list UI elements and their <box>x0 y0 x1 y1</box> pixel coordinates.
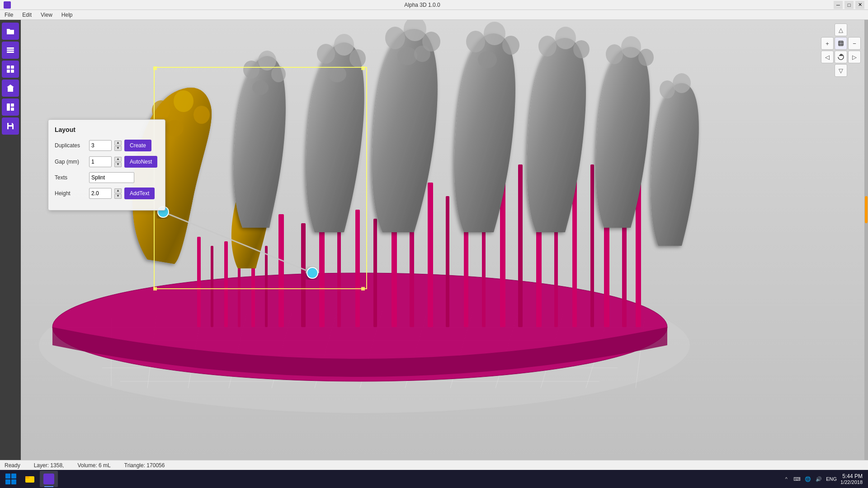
svg-rect-59 <box>224 241 228 327</box>
svg-point-66 <box>165 120 184 136</box>
tray-keyboard[interactable]: ⌨ <box>793 475 801 483</box>
gap-up-button[interactable]: ▲ <box>114 157 122 162</box>
autonest-button[interactable]: AutoNest <box>124 156 157 168</box>
close-button[interactable]: ✕ <box>855 1 864 9</box>
window-title: Alpha 3D 1.0.0 <box>11 2 834 8</box>
3d-scene-svg <box>21 20 868 460</box>
save-button[interactable] <box>2 117 19 135</box>
svg-rect-1 <box>7 50 14 51</box>
tray-speaker[interactable]: 🔊 <box>815 475 822 483</box>
start-button[interactable] <box>2 471 20 487</box>
tray-date-value: 1/22/2018 <box>840 479 863 485</box>
height-input[interactable] <box>89 188 112 199</box>
svg-rect-94 <box>361 66 365 70</box>
statusbar: Ready Layer: 1358, Volume: 6 mL Triangle… <box>0 460 868 470</box>
height-down-button[interactable]: ▼ <box>114 194 122 199</box>
titlebar: Alpha 3D 1.0.0 ─ □ ✕ <box>0 0 868 10</box>
layout-grid-button[interactable] <box>2 61 19 78</box>
menu-view[interactable]: View <box>36 11 57 19</box>
svg-point-99 <box>307 267 318 278</box>
texts-input[interactable] <box>89 172 134 183</box>
layers-button[interactable] <box>2 42 19 59</box>
scrollbar-thumb[interactable] <box>865 196 868 223</box>
alpha3d-icon <box>43 474 54 484</box>
window-controls: ─ □ ✕ <box>834 1 864 9</box>
rotate-button[interactable] <box>835 51 847 63</box>
menu-help[interactable]: Help <box>57 11 77 19</box>
duplicates-down-button[interactable]: ▼ <box>114 146 122 151</box>
svg-rect-37 <box>301 223 306 327</box>
svg-rect-13 <box>9 127 12 130</box>
menu-file[interactable]: File <box>0 11 18 19</box>
svg-rect-4 <box>11 66 14 69</box>
pan-down-button[interactable]: ▽ <box>835 64 847 77</box>
addtext-button[interactable]: AddText <box>124 188 155 199</box>
status-ready: Ready <box>5 462 20 469</box>
gap-input[interactable] <box>89 156 112 167</box>
tray-lang[interactable]: ENG <box>826 476 837 482</box>
duplicates-spinner: ▲ ▼ <box>114 141 122 151</box>
taskbar: ^ ⌨ 🌐 🔊 ENG 5:44 PM 1/22/2018 <box>0 470 868 488</box>
duplicates-up-button[interactable]: ▲ <box>114 141 122 145</box>
svg-point-70 <box>252 80 269 95</box>
svg-rect-44 <box>428 183 433 327</box>
duplicates-input[interactable] <box>89 140 112 151</box>
svg-point-71 <box>317 44 335 64</box>
svg-rect-93 <box>153 66 157 70</box>
panels-button[interactable] <box>2 99 19 116</box>
zoom-in-button[interactable]: + <box>821 37 834 50</box>
svg-point-75 <box>385 27 405 49</box>
pan-left-button[interactable]: ◁ <box>821 51 834 63</box>
tray-chevron[interactable]: ^ <box>783 475 790 483</box>
windows-logo <box>5 474 16 484</box>
height-up-button[interactable]: ▲ <box>114 188 122 193</box>
gap-spinner: ▲ ▼ <box>114 157 122 167</box>
svg-point-78 <box>397 47 417 65</box>
svg-point-86 <box>573 40 590 58</box>
height-row: Height ▲ ▼ AddText <box>55 188 159 199</box>
right-scrollbar[interactable] <box>864 20 868 460</box>
home-button[interactable] <box>835 37 847 50</box>
svg-point-69 <box>271 66 286 82</box>
svg-point-79 <box>414 46 430 62</box>
svg-rect-49 <box>518 164 523 327</box>
svg-rect-5 <box>7 70 10 73</box>
menu-edit[interactable]: Edit <box>18 11 36 19</box>
nav-controls: △ + − ◁ ▷ ▽ <box>821 23 861 77</box>
svg-rect-57 <box>197 237 201 327</box>
app-icon <box>4 1 11 9</box>
maximize-button[interactable]: □ <box>844 1 854 9</box>
taskbar-tray: ^ ⌨ 🌐 🔊 ENG 5:44 PM 1/22/2018 <box>783 473 866 485</box>
tray-clock[interactable]: 5:44 PM 1/22/2018 <box>840 473 863 485</box>
3d-viewport[interactable]: △ + − ◁ ▷ ▽ Layout Duplica <box>21 20 868 460</box>
zoom-out-button[interactable]: − <box>848 37 861 50</box>
svg-rect-41 <box>373 219 377 327</box>
svg-point-83 <box>478 51 497 68</box>
tray-network[interactable]: 🌐 <box>804 475 811 483</box>
svg-rect-45 <box>446 196 449 327</box>
svg-point-82 <box>502 36 519 55</box>
svg-point-87 <box>606 44 623 64</box>
building-button[interactable] <box>2 80 19 97</box>
svg-point-72 <box>334 34 354 56</box>
svg-rect-39 <box>337 223 341 327</box>
pan-right-button[interactable]: ▷ <box>848 51 861 63</box>
svg-rect-9 <box>9 89 11 92</box>
folder-button[interactable] <box>2 23 19 40</box>
svg-rect-53 <box>590 164 594 327</box>
svg-rect-6 <box>11 70 14 73</box>
status-layer: Layer: 1358, <box>34 462 64 469</box>
taskbar-explorer[interactable] <box>21 471 39 487</box>
svg-rect-58 <box>211 246 213 327</box>
gap-down-button[interactable]: ▼ <box>114 162 122 167</box>
svg-rect-0 <box>7 47 14 49</box>
gap-row: Gap (mm) ▲ ▼ AutoNest <box>55 156 159 168</box>
taskbar-alpha3d[interactable] <box>40 471 58 487</box>
texts-label: Texts <box>55 174 86 181</box>
create-button[interactable]: Create <box>124 140 151 151</box>
pan-up-button[interactable]: △ <box>835 23 847 36</box>
svg-rect-107 <box>25 476 29 479</box>
minimize-button[interactable]: ─ <box>834 1 843 9</box>
svg-rect-96 <box>361 287 365 291</box>
svg-rect-10 <box>7 103 10 111</box>
